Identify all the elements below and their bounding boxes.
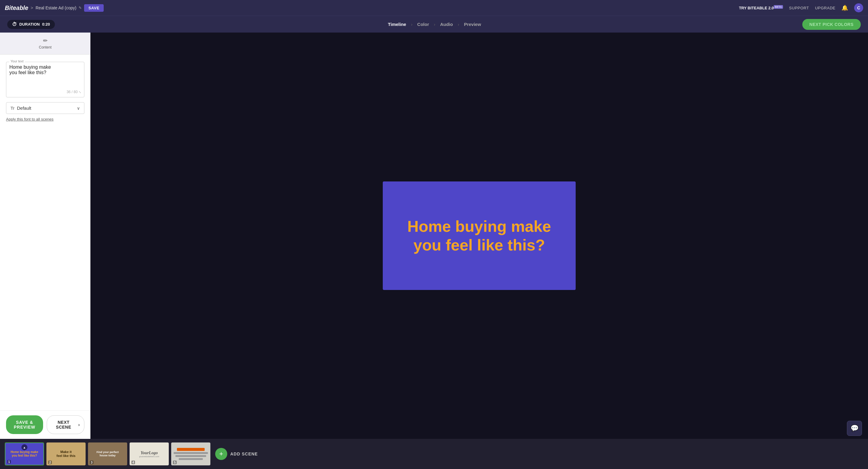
- scene4-logo: YourLogo: [139, 450, 159, 456]
- scene-number-5: 5: [173, 461, 177, 464]
- font-select-left: Tr Default: [10, 105, 31, 111]
- resize-icon: ⤡: [79, 90, 81, 94]
- scene3-text: Find your perfecthouse today: [96, 450, 119, 457]
- main-content: ✏ Content Your text Home buying make you…: [0, 33, 868, 439]
- logo: Biteable: [5, 4, 28, 11]
- add-icon: +: [215, 448, 227, 460]
- step-bar: ⏱ DURATION 0:20 Timeline › Color › Audio…: [0, 16, 868, 33]
- try-biteable-label[interactable]: TRY BITEABLE 2.0BETA: [739, 5, 783, 10]
- duration-badge: ⏱ DURATION 0:20: [7, 20, 55, 29]
- scene-number-1: 1: [7, 460, 11, 464]
- apply-font-link[interactable]: Apply this font to all scenes: [6, 117, 54, 122]
- steps-nav: Timeline › Color › Audio › Preview: [67, 22, 802, 27]
- avatar[interactable]: C: [854, 3, 863, 12]
- next-action: PICK COLORS: [823, 22, 854, 27]
- top-nav: Biteable > Real Estate Ad (copy) ✎ SAVE …: [0, 0, 868, 16]
- timeline-bar: Home buying makeyou feel like this? ▲ 1 …: [0, 439, 868, 469]
- chat-icon: 💬: [850, 425, 859, 432]
- next-prefix: NEXT: [809, 22, 823, 27]
- scene-up-icon: ▲: [22, 444, 27, 450]
- edit-icon[interactable]: ✎: [79, 6, 82, 10]
- pencil-icon: ✏: [43, 37, 48, 44]
- scene-thumb-2[interactable]: Make itfeel like this 2: [46, 442, 86, 465]
- scene5-bar-2: [174, 452, 208, 454]
- step-color[interactable]: Color: [417, 22, 429, 27]
- panel-footer: SAVE & PREVIEW NEXT SCENE ›: [0, 410, 90, 439]
- scene5-bar-3: [176, 455, 207, 457]
- next-scene-button[interactable]: NEXT SCENE ›: [47, 415, 84, 434]
- next-pick-colors-button[interactable]: NEXT PICK COLORS: [802, 19, 861, 30]
- add-scene-label: ADD SCENE: [230, 451, 258, 456]
- nav-left: Biteable > Real Estate Ad (copy) ✎ SAVE: [5, 4, 104, 12]
- scene5-bar-1: [177, 448, 204, 451]
- scene-thumb-3[interactable]: Find your perfecthouse today 3: [88, 442, 127, 465]
- scene-thumb-1[interactable]: Home buying makeyou feel like this? ▲ 1: [5, 442, 44, 465]
- support-link[interactable]: SUPPORT: [789, 6, 809, 10]
- left-panel: ✏ Content Your text Home buying make you…: [0, 33, 90, 439]
- text-field-wrapper: Your text Home buying make you feel like…: [6, 62, 84, 97]
- upgrade-link[interactable]: UPGRADE: [815, 6, 835, 10]
- step-arrow-1: ›: [411, 22, 412, 27]
- duration-label: DURATION: [19, 22, 40, 27]
- beta-badge: BETA: [774, 5, 783, 9]
- scene-thumb-4[interactable]: YourLogo yourwebsitehere.com 4: [130, 442, 169, 465]
- scene1-text: Home buying makeyou feel like this?: [10, 450, 38, 458]
- preview-text: Home buying make you feel like this?: [395, 217, 564, 255]
- text-input[interactable]: Home buying make you feel like this?: [9, 64, 81, 89]
- scene2-text: Make itfeel like this: [57, 450, 76, 458]
- step-preview[interactable]: Preview: [464, 22, 481, 27]
- content-tab[interactable]: ✏ Content: [0, 33, 90, 55]
- save-button[interactable]: SAVE: [84, 4, 103, 12]
- scene-thumb-5[interactable]: 5: [171, 442, 210, 465]
- field-label: Your text: [9, 59, 25, 63]
- save-preview-button[interactable]: SAVE & PREVIEW: [6, 415, 43, 434]
- font-name: Default: [17, 105, 31, 111]
- breadcrumb-sep: >: [31, 5, 33, 10]
- chevron-down-icon: ∨: [77, 106, 80, 111]
- nav-right: TRY BITEABLE 2.0BETA SUPPORT UPGRADE 🔔 C: [739, 3, 863, 12]
- scene5-bar-4: [179, 458, 203, 460]
- char-count: 36 / 80 ⤡: [9, 90, 81, 94]
- preview-area: Home buying make you feel like this?: [90, 33, 868, 439]
- timer-icon: ⏱: [12, 22, 17, 27]
- duration-value: 0:20: [42, 22, 50, 27]
- step-arrow-3: ›: [458, 22, 459, 27]
- scene-number-3: 3: [90, 461, 93, 464]
- step-audio[interactable]: Audio: [440, 22, 453, 27]
- notification-icon[interactable]: 🔔: [841, 4, 848, 11]
- scene-number-4: 4: [131, 461, 135, 464]
- char-current: 36: [67, 90, 70, 94]
- step-timeline[interactable]: Timeline: [388, 22, 406, 27]
- font-select[interactable]: Tr Default ∨: [6, 102, 84, 114]
- step-arrow-2: ›: [434, 22, 435, 27]
- chat-button[interactable]: 💬: [847, 421, 862, 436]
- add-scene-button[interactable]: + ADD SCENE: [215, 448, 258, 460]
- panel-body: Your text Home buying make you feel like…: [0, 55, 90, 410]
- preview-card: Home buying make you feel like this?: [383, 182, 576, 290]
- char-max: 80: [73, 90, 78, 94]
- next-scene-label: NEXT SCENE: [51, 420, 76, 430]
- scene4-url: yourwebsitehere.com: [139, 456, 159, 458]
- scene-number-2: 2: [48, 461, 52, 464]
- content-tab-label: Content: [39, 45, 52, 50]
- next-scene-arrow: ›: [79, 422, 80, 427]
- project-name: Real Estate Ad (copy): [36, 5, 76, 10]
- font-icon: Tr: [10, 106, 14, 111]
